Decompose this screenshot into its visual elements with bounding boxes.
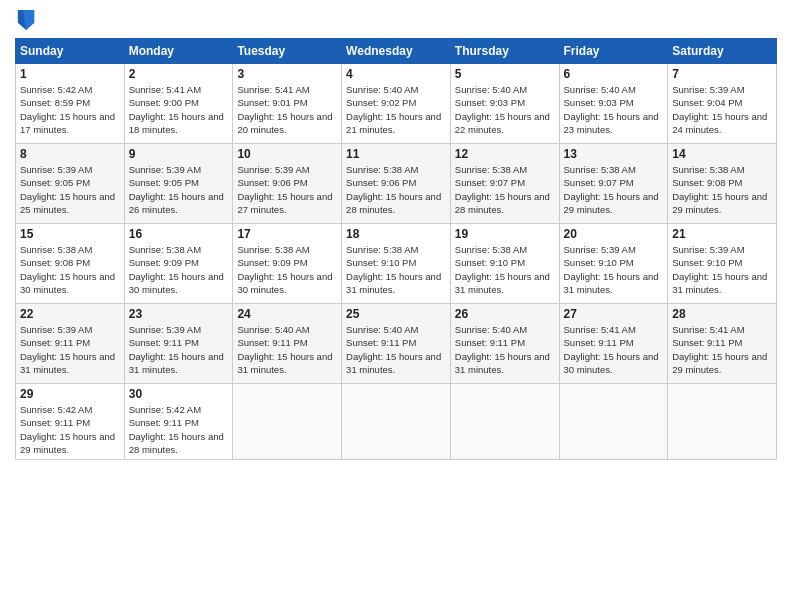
day-number: 13: [564, 147, 664, 161]
day-number: 2: [129, 67, 229, 81]
day-number: 20: [564, 227, 664, 241]
day-number: 17: [237, 227, 337, 241]
day-number: 29: [20, 387, 120, 401]
calendar-body: 1Sunrise: 5:42 AMSunset: 8:59 PMDaylight…: [16, 64, 777, 460]
day-info: Sunrise: 5:39 AMSunset: 9:11 PMDaylight:…: [20, 323, 120, 376]
day-number: 3: [237, 67, 337, 81]
calendar-cell: 16Sunrise: 5:38 AMSunset: 9:09 PMDayligh…: [124, 224, 233, 304]
page: SundayMondayTuesdayWednesdayThursdayFrid…: [0, 0, 792, 612]
calendar-cell: 14Sunrise: 5:38 AMSunset: 9:08 PMDayligh…: [668, 144, 777, 224]
calendar-cell: 30Sunrise: 5:42 AMSunset: 9:11 PMDayligh…: [124, 384, 233, 460]
day-number: 8: [20, 147, 120, 161]
day-info: Sunrise: 5:40 AMSunset: 9:11 PMDaylight:…: [237, 323, 337, 376]
day-info: Sunrise: 5:40 AMSunset: 9:02 PMDaylight:…: [346, 83, 446, 136]
day-info: Sunrise: 5:40 AMSunset: 9:03 PMDaylight:…: [455, 83, 555, 136]
calendar-cell: [342, 384, 451, 460]
weekday-header-cell: Thursday: [450, 39, 559, 64]
day-number: 11: [346, 147, 446, 161]
day-info: Sunrise: 5:38 AMSunset: 9:08 PMDaylight:…: [20, 243, 120, 296]
day-info: Sunrise: 5:41 AMSunset: 9:11 PMDaylight:…: [672, 323, 772, 376]
day-info: Sunrise: 5:41 AMSunset: 9:11 PMDaylight:…: [564, 323, 664, 376]
day-info: Sunrise: 5:39 AMSunset: 9:04 PMDaylight:…: [672, 83, 772, 136]
calendar-cell: [233, 384, 342, 460]
day-info: Sunrise: 5:38 AMSunset: 9:10 PMDaylight:…: [346, 243, 446, 296]
calendar-cell: 10Sunrise: 5:39 AMSunset: 9:06 PMDayligh…: [233, 144, 342, 224]
day-info: Sunrise: 5:38 AMSunset: 9:09 PMDaylight:…: [129, 243, 229, 296]
day-info: Sunrise: 5:40 AMSunset: 9:11 PMDaylight:…: [346, 323, 446, 376]
day-info: Sunrise: 5:39 AMSunset: 9:11 PMDaylight:…: [129, 323, 229, 376]
day-number: 16: [129, 227, 229, 241]
weekday-header-cell: Tuesday: [233, 39, 342, 64]
day-info: Sunrise: 5:39 AMSunset: 9:06 PMDaylight:…: [237, 163, 337, 216]
day-number: 21: [672, 227, 772, 241]
logo-text: [15, 10, 35, 30]
day-number: 28: [672, 307, 772, 321]
day-number: 9: [129, 147, 229, 161]
day-number: 10: [237, 147, 337, 161]
header: [15, 10, 777, 30]
day-number: 14: [672, 147, 772, 161]
day-info: Sunrise: 5:39 AMSunset: 9:05 PMDaylight:…: [129, 163, 229, 216]
calendar-cell: [450, 384, 559, 460]
day-number: 26: [455, 307, 555, 321]
day-info: Sunrise: 5:38 AMSunset: 9:06 PMDaylight:…: [346, 163, 446, 216]
calendar-week-row: 22Sunrise: 5:39 AMSunset: 9:11 PMDayligh…: [16, 304, 777, 384]
calendar-cell: 17Sunrise: 5:38 AMSunset: 9:09 PMDayligh…: [233, 224, 342, 304]
weekday-header-row: SundayMondayTuesdayWednesdayThursdayFrid…: [16, 39, 777, 64]
calendar-cell: 27Sunrise: 5:41 AMSunset: 9:11 PMDayligh…: [559, 304, 668, 384]
calendar-cell: 13Sunrise: 5:38 AMSunset: 9:07 PMDayligh…: [559, 144, 668, 224]
calendar-week-row: 15Sunrise: 5:38 AMSunset: 9:08 PMDayligh…: [16, 224, 777, 304]
calendar-cell: 12Sunrise: 5:38 AMSunset: 9:07 PMDayligh…: [450, 144, 559, 224]
calendar-cell: 7Sunrise: 5:39 AMSunset: 9:04 PMDaylight…: [668, 64, 777, 144]
day-info: Sunrise: 5:38 AMSunset: 9:08 PMDaylight:…: [672, 163, 772, 216]
day-number: 27: [564, 307, 664, 321]
calendar-cell: 19Sunrise: 5:38 AMSunset: 9:10 PMDayligh…: [450, 224, 559, 304]
calendar-cell: 24Sunrise: 5:40 AMSunset: 9:11 PMDayligh…: [233, 304, 342, 384]
calendar-cell: 3Sunrise: 5:41 AMSunset: 9:01 PMDaylight…: [233, 64, 342, 144]
calendar-cell: [668, 384, 777, 460]
calendar-week-row: 29Sunrise: 5:42 AMSunset: 9:11 PMDayligh…: [16, 384, 777, 460]
day-info: Sunrise: 5:38 AMSunset: 9:10 PMDaylight:…: [455, 243, 555, 296]
day-number: 30: [129, 387, 229, 401]
day-number: 18: [346, 227, 446, 241]
day-info: Sunrise: 5:40 AMSunset: 9:11 PMDaylight:…: [455, 323, 555, 376]
day-number: 25: [346, 307, 446, 321]
calendar-cell: 6Sunrise: 5:40 AMSunset: 9:03 PMDaylight…: [559, 64, 668, 144]
day-info: Sunrise: 5:38 AMSunset: 9:07 PMDaylight:…: [564, 163, 664, 216]
calendar-cell: 20Sunrise: 5:39 AMSunset: 9:10 PMDayligh…: [559, 224, 668, 304]
weekday-header-cell: Wednesday: [342, 39, 451, 64]
day-info: Sunrise: 5:42 AMSunset: 9:11 PMDaylight:…: [129, 403, 229, 456]
day-info: Sunrise: 5:39 AMSunset: 9:10 PMDaylight:…: [672, 243, 772, 296]
calendar-cell: 8Sunrise: 5:39 AMSunset: 9:05 PMDaylight…: [16, 144, 125, 224]
calendar-cell: 23Sunrise: 5:39 AMSunset: 9:11 PMDayligh…: [124, 304, 233, 384]
day-number: 1: [20, 67, 120, 81]
weekday-header-cell: Saturday: [668, 39, 777, 64]
logo: [15, 10, 35, 30]
calendar-cell: [559, 384, 668, 460]
calendar-week-row: 8Sunrise: 5:39 AMSunset: 9:05 PMDaylight…: [16, 144, 777, 224]
day-number: 19: [455, 227, 555, 241]
calendar-table: SundayMondayTuesdayWednesdayThursdayFrid…: [15, 38, 777, 460]
weekday-header-cell: Friday: [559, 39, 668, 64]
day-info: Sunrise: 5:38 AMSunset: 9:07 PMDaylight:…: [455, 163, 555, 216]
logo-icon: [17, 10, 35, 30]
day-info: Sunrise: 5:42 AMSunset: 8:59 PMDaylight:…: [20, 83, 120, 136]
day-info: Sunrise: 5:41 AMSunset: 9:01 PMDaylight:…: [237, 83, 337, 136]
calendar-cell: 11Sunrise: 5:38 AMSunset: 9:06 PMDayligh…: [342, 144, 451, 224]
day-number: 12: [455, 147, 555, 161]
calendar-cell: 9Sunrise: 5:39 AMSunset: 9:05 PMDaylight…: [124, 144, 233, 224]
calendar-cell: 15Sunrise: 5:38 AMSunset: 9:08 PMDayligh…: [16, 224, 125, 304]
calendar-cell: 26Sunrise: 5:40 AMSunset: 9:11 PMDayligh…: [450, 304, 559, 384]
day-number: 22: [20, 307, 120, 321]
weekday-header-cell: Sunday: [16, 39, 125, 64]
calendar-cell: 21Sunrise: 5:39 AMSunset: 9:10 PMDayligh…: [668, 224, 777, 304]
calendar-cell: 25Sunrise: 5:40 AMSunset: 9:11 PMDayligh…: [342, 304, 451, 384]
day-number: 24: [237, 307, 337, 321]
calendar-cell: 18Sunrise: 5:38 AMSunset: 9:10 PMDayligh…: [342, 224, 451, 304]
day-info: Sunrise: 5:41 AMSunset: 9:00 PMDaylight:…: [129, 83, 229, 136]
calendar-cell: 22Sunrise: 5:39 AMSunset: 9:11 PMDayligh…: [16, 304, 125, 384]
calendar-cell: 1Sunrise: 5:42 AMSunset: 8:59 PMDaylight…: [16, 64, 125, 144]
calendar-cell: 2Sunrise: 5:41 AMSunset: 9:00 PMDaylight…: [124, 64, 233, 144]
day-info: Sunrise: 5:40 AMSunset: 9:03 PMDaylight:…: [564, 83, 664, 136]
calendar-week-row: 1Sunrise: 5:42 AMSunset: 8:59 PMDaylight…: [16, 64, 777, 144]
